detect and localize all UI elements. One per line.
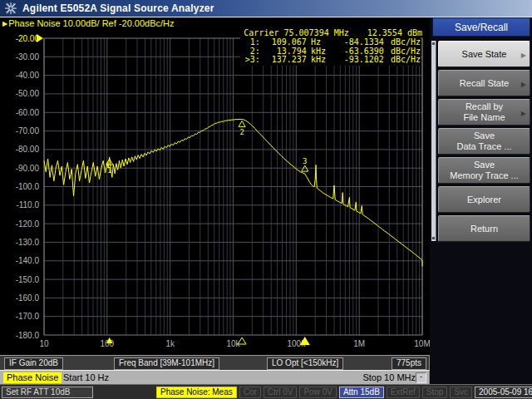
marker-readout-row: >3:137.237kHz-93.1202dBc/Hz — [240, 56, 421, 65]
softkey-save-memory-trace[interactable]: Save Memory Trace ... — [438, 157, 530, 184]
svg-text:-120.0: -120.0 — [16, 219, 40, 229]
softkey-explorer[interactable]: Explorer — [438, 186, 530, 213]
status-chip-attn-15db: Attn 15dB — [339, 387, 384, 398]
svg-text:-60.00: -60.00 — [16, 108, 40, 117]
softkey-save-data-trace[interactable]: Save Data Trace ... — [438, 128, 530, 155]
graph-screen: ▶Phase Noise 10.00dB/ Ref -20.00dBc/Hz -… — [0, 17, 430, 355]
status-indicator-row: Phase Noise: MeasCorCtrl 0VPow 0VAttn 15… — [156, 387, 530, 398]
menu-button-list: Save State▶Recall State▶Recall by File N… — [438, 41, 530, 244]
svg-text:-50.00: -50.00 — [16, 89, 40, 98]
svg-text:-130.0: -130.0 — [16, 238, 40, 247]
carrier-frequency: Carrier 75.007394 MHz — [244, 28, 348, 37]
svg-text:100: 100 — [100, 339, 114, 348]
svg-text:-30.00: -30.00 — [16, 52, 40, 62]
svg-text:10: 10 — [39, 339, 49, 348]
svg-text:-170.0: -170.0 — [16, 312, 40, 321]
status-chip-svc: Svc — [450, 387, 472, 398]
status-chip-phase-noise-meas: Phase Noise: Meas — [156, 387, 237, 398]
status-chip-cor: Cor — [239, 387, 261, 398]
svg-text:-40.00: -40.00 — [16, 71, 40, 80]
svg-text:1k: 1k — [165, 339, 175, 348]
svg-text:-180.0: -180.0 — [16, 331, 40, 340]
e5052a-screen: Agilent E5052A Signal Source Analyzer ▶P… — [0, 0, 532, 399]
sweep-stop-label: Stop 10 MHz — [362, 372, 416, 383]
softkey-recall-by-file-name[interactable]: Recall by File Name▶ — [438, 99, 530, 126]
softkey-save-state[interactable]: Save State▶ — [438, 41, 530, 67]
svg-text:1: 1 — [107, 166, 111, 175]
svg-text:10M: 10M — [414, 339, 430, 348]
instrument-setting-box: LO Opt [<150kHz] — [267, 357, 343, 370]
svg-text:3: 3 — [303, 157, 307, 165]
submenu-arrow-icon: ▶ — [521, 50, 526, 61]
instrument-setting-box: Freq Band [39M-101MHz] — [114, 357, 219, 370]
marker-readout-row: 1:109.067Hz-84.1334dBc/Hz — [240, 38, 421, 47]
svg-text:-80.00: -80.00 — [16, 145, 40, 154]
softkey-label: Recall by File Name — [463, 101, 505, 123]
softkey-label: Save State — [462, 49, 507, 60]
softkey-label: Recall State — [460, 78, 509, 89]
softkey-label: Save Memory Trace ... — [450, 160, 519, 181]
submenu-arrow-icon: ▶ — [521, 108, 526, 119]
svg-text:-150.0: -150.0 — [16, 275, 40, 284]
sweep-start-label: Start 10 Hz — [63, 372, 109, 383]
system-status-bar: Set RF ATT 10dB Phase Noise: MeasCorCtrl… — [0, 384, 532, 399]
svg-text:-110.0: -110.0 — [16, 200, 39, 209]
softkey-return[interactable]: Return — [438, 215, 530, 242]
svg-text:1M: 1M — [353, 339, 365, 348]
status-chip-stop: Stop — [422, 387, 448, 398]
carrier-power: 12.3554 dBm — [367, 28, 422, 37]
softkey-label: Explorer — [467, 195, 501, 205]
softkey-recall-state[interactable]: Recall State▶ — [438, 70, 530, 96]
svg-text:-140.0: -140.0 — [16, 256, 40, 265]
window-title: Agilent E5052A Signal Source Analyzer — [22, 2, 214, 14]
status-chip-extref: ExtRef — [387, 387, 420, 398]
softkey-label: Return — [470, 224, 498, 234]
status-chip-ctrl-0v: Ctrl 0V — [264, 387, 298, 398]
sweep-bar: Phase Noise Start 10 Hz Stop 10 MHz - — [0, 370, 430, 384]
sweep-points-box: 775pts — [392, 357, 426, 370]
clock-display: 2005-05-09 16:50 — [475, 387, 532, 398]
status-message: Set RF ATT 10dB — [2, 387, 93, 398]
svg-text:-160.0: -160.0 — [16, 293, 40, 303]
marker-readout-list: 1:109.067Hz-84.1334dBc/Hz2:13.794kHz-63.… — [240, 37, 421, 66]
menu-title: Save/Recall — [432, 17, 530, 37]
active-trace-chip: Phase Noise — [3, 372, 62, 383]
svg-text:2: 2 — [239, 128, 244, 136]
submenu-arrow-icon: ▶ — [521, 79, 526, 90]
softkey-label: Save Data Trace ... — [456, 131, 511, 152]
collapse-button[interactable]: - — [416, 372, 426, 383]
svg-text:-100.0: -100.0 — [16, 182, 40, 191]
menu-scrollbar[interactable] — [431, 41, 436, 241]
svg-text:-90.00: -90.00 — [16, 164, 40, 173]
svg-text:-70.00: -70.00 — [16, 126, 40, 135]
carrier-readout: Carrier 75.007394 MHz12.3554 dBm — [244, 28, 422, 37]
agilent-spark-icon — [2, 2, 19, 15]
phase-noise-plot: -20.00-30.00-40.00-50.00-60.00-70.00-80.… — [0, 17, 430, 355]
softkey-menu: Save/Recall Save State▶Recall State▶Reca… — [430, 17, 532, 384]
status-chip-pow-0v: Pow 0V — [299, 387, 336, 398]
instrument-status-bar: IF Gain 20dBFreq Band [39M-101MHz]LO Opt… — [0, 355, 430, 370]
instrument-setting-box: IF Gain 20dB — [4, 357, 63, 370]
title-bar: Agilent E5052A Signal Source Analyzer — [0, 0, 532, 17]
svg-text:-20.00: -20.00 — [16, 34, 40, 43]
